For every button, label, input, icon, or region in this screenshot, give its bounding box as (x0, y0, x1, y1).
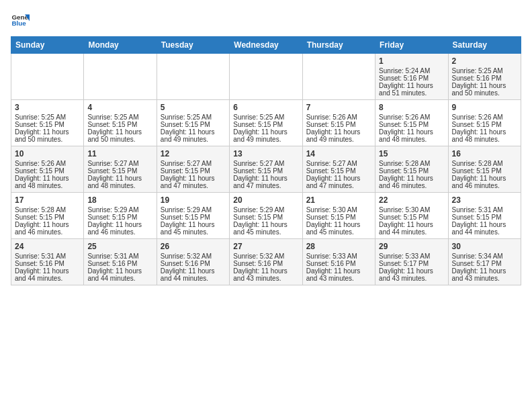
daylight-text: Daylight: 11 hours and 46 minutes. (452, 175, 517, 189)
day-number: 14 (306, 149, 371, 158)
day-number: 18 (87, 195, 152, 205)
sunset-text: Sunset: 5:15 PM (15, 167, 80, 175)
day-of-week-header: Friday (375, 37, 448, 54)
sunset-text: Sunset: 5:15 PM (161, 167, 226, 175)
day-number: 20 (233, 195, 298, 205)
sunset-text: Sunset: 5:16 PM (161, 260, 226, 267)
daylight-text: Daylight: 11 hours and 45 minutes. (306, 221, 371, 236)
calendar-cell: 25Sunrise: 5:31 AMSunset: 5:16 PMDayligh… (84, 239, 157, 285)
calendar-cell: 16Sunrise: 5:28 AMSunset: 5:15 PMDayligh… (448, 146, 521, 193)
sunset-text: Sunset: 5:15 PM (87, 167, 152, 175)
day-of-week-header: Saturday (448, 37, 521, 54)
calendar-cell: 22Sunrise: 5:30 AMSunset: 5:15 PMDayligh… (375, 193, 448, 239)
sunrise-text: Sunrise: 5:29 AM (161, 206, 226, 214)
calendar-cell: 15Sunrise: 5:28 AMSunset: 5:15 PMDayligh… (375, 146, 448, 193)
daylight-text: Daylight: 11 hours and 46 minutes. (15, 221, 80, 236)
daylight-text: Daylight: 11 hours and 50 minutes. (87, 128, 152, 143)
sunrise-text: Sunrise: 5:29 AM (87, 206, 152, 214)
day-number: 23 (452, 195, 517, 205)
sunset-text: Sunset: 5:16 PM (379, 75, 444, 82)
logo: General Blue (11, 11, 35, 30)
calendar-week-row: 17Sunrise: 5:28 AMSunset: 5:15 PMDayligh… (11, 193, 521, 239)
calendar-week-row: 10Sunrise: 5:26 AMSunset: 5:15 PMDayligh… (11, 146, 521, 193)
sunrise-text: Sunrise: 5:25 AM (233, 113, 298, 121)
sunrise-text: Sunrise: 5:25 AM (15, 113, 80, 121)
sunset-text: Sunset: 5:15 PM (452, 214, 517, 221)
day-number: 3 (15, 103, 80, 112)
daylight-text: Daylight: 11 hours and 44 minutes. (379, 221, 444, 236)
day-number: 15 (379, 149, 444, 158)
sunrise-text: Sunrise: 5:28 AM (452, 160, 517, 167)
daylight-text: Daylight: 11 hours and 47 minutes. (306, 175, 371, 189)
sunset-text: Sunset: 5:17 PM (452, 260, 517, 267)
daylight-text: Daylight: 11 hours and 44 minutes. (87, 267, 152, 282)
sunrise-text: Sunrise: 5:33 AM (306, 253, 371, 260)
daylight-text: Daylight: 11 hours and 51 minutes. (379, 82, 444, 97)
sunrise-text: Sunrise: 5:28 AM (15, 206, 80, 214)
sunset-text: Sunset: 5:15 PM (15, 214, 80, 221)
calendar-cell: 4Sunrise: 5:25 AMSunset: 5:15 PMDaylight… (84, 100, 157, 146)
day-number: 1 (379, 56, 444, 66)
sunrise-text: Sunrise: 5:27 AM (306, 160, 371, 167)
sunrise-text: Sunrise: 5:30 AM (379, 206, 444, 214)
day-number: 6 (233, 103, 298, 112)
day-number: 7 (306, 103, 371, 112)
calendar-header-row: SundayMondayTuesdayWednesdayThursdayFrid… (11, 37, 521, 54)
calendar-week-row: 1Sunrise: 5:24 AMSunset: 5:16 PMDaylight… (11, 54, 521, 100)
calendar-cell: 10Sunrise: 5:26 AMSunset: 5:15 PMDayligh… (11, 146, 84, 193)
calendar-cell: 3Sunrise: 5:25 AMSunset: 5:15 PMDaylight… (11, 100, 84, 146)
calendar-cell: 26Sunrise: 5:32 AMSunset: 5:16 PMDayligh… (157, 239, 229, 285)
day-of-week-header: Monday (84, 37, 157, 54)
day-number: 29 (379, 242, 444, 251)
sunrise-text: Sunrise: 5:26 AM (452, 113, 517, 121)
sunrise-text: Sunrise: 5:30 AM (306, 206, 371, 214)
day-number: 2 (452, 56, 517, 66)
sunset-text: Sunset: 5:15 PM (452, 121, 517, 128)
sunset-text: Sunset: 5:15 PM (161, 214, 226, 221)
daylight-text: Daylight: 11 hours and 44 minutes. (15, 267, 80, 282)
sunrise-text: Sunrise: 5:27 AM (87, 160, 152, 167)
day-number: 9 (452, 103, 517, 112)
sunrise-text: Sunrise: 5:25 AM (452, 67, 517, 75)
day-of-week-header: Thursday (302, 37, 375, 54)
calendar-cell: 14Sunrise: 5:27 AMSunset: 5:15 PMDayligh… (302, 146, 375, 193)
calendar-cell: 28Sunrise: 5:33 AMSunset: 5:16 PMDayligh… (302, 239, 375, 285)
sunset-text: Sunset: 5:15 PM (306, 214, 371, 221)
day-number: 5 (161, 103, 226, 112)
day-number: 12 (161, 149, 226, 158)
calendar-cell: 7Sunrise: 5:26 AMSunset: 5:15 PMDaylight… (302, 100, 375, 146)
sunset-text: Sunset: 5:16 PM (15, 260, 80, 267)
page-header: General Blue (11, 11, 521, 30)
sunset-text: Sunset: 5:15 PM (452, 167, 517, 175)
calendar-table: SundayMondayTuesdayWednesdayThursdayFrid… (11, 36, 521, 285)
calendar-cell (84, 54, 157, 100)
calendar-cell (157, 54, 229, 100)
daylight-text: Daylight: 11 hours and 49 minutes. (161, 128, 226, 143)
calendar-cell: 8Sunrise: 5:26 AMSunset: 5:15 PMDaylight… (375, 100, 448, 146)
sunset-text: Sunset: 5:15 PM (161, 121, 226, 128)
sunrise-text: Sunrise: 5:27 AM (233, 160, 298, 167)
sunrise-text: Sunrise: 5:29 AM (233, 206, 298, 214)
daylight-text: Daylight: 11 hours and 50 minutes. (15, 128, 80, 143)
sunset-text: Sunset: 5:15 PM (379, 214, 444, 221)
sunset-text: Sunset: 5:16 PM (306, 260, 371, 267)
day-number: 27 (233, 242, 298, 251)
day-number: 11 (87, 149, 152, 158)
sunset-text: Sunset: 5:15 PM (379, 121, 444, 128)
sunset-text: Sunset: 5:15 PM (233, 214, 298, 221)
calendar-cell: 24Sunrise: 5:31 AMSunset: 5:16 PMDayligh… (11, 239, 84, 285)
sunrise-text: Sunrise: 5:32 AM (161, 253, 226, 260)
daylight-text: Daylight: 11 hours and 44 minutes. (452, 221, 517, 236)
day-of-week-header: Wednesday (230, 37, 302, 54)
logo-icon: General Blue (11, 11, 30, 30)
daylight-text: Daylight: 11 hours and 48 minutes. (15, 175, 80, 189)
sunrise-text: Sunrise: 5:25 AM (161, 113, 226, 121)
calendar-cell: 13Sunrise: 5:27 AMSunset: 5:15 PMDayligh… (230, 146, 302, 193)
day-number: 26 (161, 242, 226, 251)
sunrise-text: Sunrise: 5:26 AM (15, 160, 80, 167)
day-of-week-header: Sunday (11, 37, 84, 54)
calendar-cell: 11Sunrise: 5:27 AMSunset: 5:15 PMDayligh… (84, 146, 157, 193)
sunset-text: Sunset: 5:17 PM (379, 260, 444, 267)
daylight-text: Daylight: 11 hours and 46 minutes. (379, 175, 444, 189)
sunrise-text: Sunrise: 5:31 AM (15, 253, 80, 260)
